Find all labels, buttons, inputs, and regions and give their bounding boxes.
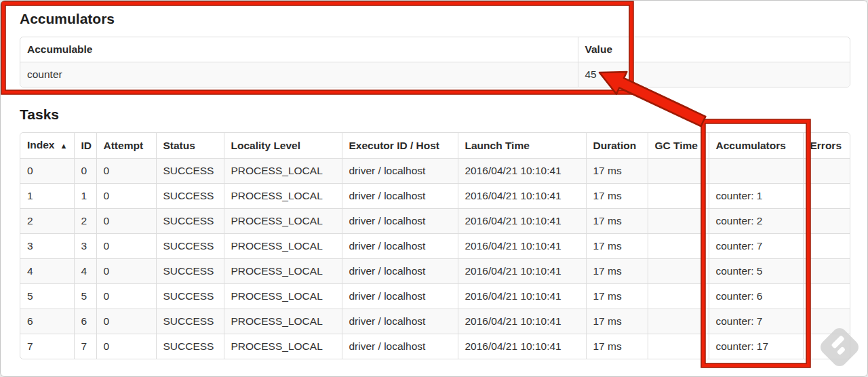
- gc-time-cell: [648, 209, 709, 234]
- gc-time-cell: [648, 259, 709, 284]
- executor-id-host-cell: driver / localhost: [342, 234, 458, 259]
- tasks-section-title: Tasks: [20, 106, 849, 123]
- launch-time-cell: 2016/04/21 10:10:41: [458, 284, 586, 309]
- executor-id-host-column-header[interactable]: Executor ID / Host: [342, 133, 458, 159]
- status-cell: SUCCESS: [156, 334, 224, 359]
- attempt-cell: 0: [96, 184, 156, 209]
- value-column-header: Value: [578, 37, 850, 62]
- status-column-header[interactable]: Status: [156, 133, 224, 159]
- locality-level-cell: PROCESS_LOCAL: [224, 234, 342, 259]
- task-row: 1 1 0 SUCCESS PROCESS_LOCAL driver / loc…: [20, 184, 850, 209]
- duration-cell: 17 ms: [586, 184, 648, 209]
- locality-level-cell: PROCESS_LOCAL: [224, 334, 342, 359]
- accumulable-column-header: Accumulable: [20, 37, 578, 62]
- errors-cell: [803, 284, 850, 309]
- locality-level-cell: PROCESS_LOCAL: [224, 209, 342, 234]
- task-row: 5 5 0 SUCCESS PROCESS_LOCAL driver / loc…: [20, 284, 850, 309]
- executor-id-host-cell: driver / localhost: [342, 309, 458, 334]
- task-row: 6 6 0 SUCCESS PROCESS_LOCAL driver / loc…: [20, 309, 850, 334]
- main-content: Accumulators Accumulable Value counter 4…: [1, 1, 867, 359]
- locality-level-column-header[interactable]: Locality Level: [224, 133, 342, 159]
- launch-time-cell: 2016/04/21 10:10:41: [458, 334, 586, 359]
- errors-column-header[interactable]: Errors: [803, 133, 850, 159]
- errors-cell: [803, 184, 850, 209]
- executor-id-host-cell: driver / localhost: [342, 334, 458, 359]
- accumulators-cell: counter: 7: [709, 309, 803, 334]
- accumulable-cell: counter: [20, 62, 578, 87]
- attempt-cell: 0: [96, 209, 156, 234]
- gc-time-cell: [648, 284, 709, 309]
- launch-time-cell: 2016/04/21 10:10:41: [458, 259, 586, 284]
- id-cell: 2: [74, 209, 96, 234]
- accumulators-section-title: Accumulators: [20, 11, 849, 27]
- attempt-cell: 0: [96, 259, 156, 284]
- duration-cell: 17 ms: [586, 334, 648, 359]
- accumulator-row: counter 45: [20, 62, 850, 87]
- gc-time-column-header[interactable]: GC Time: [648, 133, 709, 159]
- index-cell: 0: [20, 159, 74, 184]
- duration-cell: 17 ms: [586, 309, 648, 334]
- errors-cell: [803, 234, 850, 259]
- accumulators-cell: counter: 5: [709, 259, 803, 284]
- launch-time-column-header[interactable]: Launch Time: [458, 133, 586, 159]
- locality-level-cell: PROCESS_LOCAL: [224, 259, 342, 284]
- index-cell: 6: [20, 309, 74, 334]
- index-cell: 5: [20, 284, 74, 309]
- accumulators-cell: counter: 6: [709, 284, 803, 309]
- index-cell: 1: [20, 184, 74, 209]
- status-cell: SUCCESS: [156, 209, 224, 234]
- index-column-header[interactable]: Index▲: [20, 133, 74, 159]
- accumulators-table: Accumulable Value counter 45: [20, 37, 850, 87]
- duration-cell: 17 ms: [586, 234, 648, 259]
- accumulators-cell: counter: 7: [709, 234, 803, 259]
- errors-cell: [803, 334, 850, 359]
- attempt-column-header[interactable]: Attempt: [96, 133, 156, 159]
- accumulators-header-row: Accumulable Value: [20, 37, 850, 62]
- duration-cell: 17 ms: [586, 284, 648, 309]
- launch-time-cell: 2016/04/21 10:10:41: [458, 159, 586, 184]
- duration-column-header[interactable]: Duration: [586, 133, 648, 159]
- locality-level-cell: PROCESS_LOCAL: [224, 284, 342, 309]
- id-cell: 7: [74, 334, 96, 359]
- index-cell: 2: [20, 209, 74, 234]
- status-cell: SUCCESS: [156, 309, 224, 334]
- gc-time-cell: [648, 184, 709, 209]
- executor-id-host-cell: driver / localhost: [342, 184, 458, 209]
- accumulators-cell: [709, 159, 803, 184]
- tasks-header-row: Index▲ ID Attempt Status Locality Level …: [20, 133, 850, 159]
- duration-cell: 17 ms: [586, 259, 648, 284]
- task-row: 3 3 0 SUCCESS PROCESS_LOCAL driver / loc…: [20, 234, 850, 259]
- attempt-cell: 0: [96, 284, 156, 309]
- status-cell: SUCCESS: [156, 159, 224, 184]
- gc-time-cell: [648, 234, 709, 259]
- status-cell: SUCCESS: [156, 284, 224, 309]
- gc-time-cell: [648, 309, 709, 334]
- id-column-header[interactable]: ID: [74, 133, 96, 159]
- locality-level-cell: PROCESS_LOCAL: [224, 184, 342, 209]
- attempt-cell: 0: [96, 234, 156, 259]
- page-container: Accumulators Accumulable Value counter 4…: [0, 0, 868, 377]
- status-cell: SUCCESS: [156, 184, 224, 209]
- launch-time-cell: 2016/04/21 10:10:41: [458, 309, 586, 334]
- index-cell: 3: [20, 234, 74, 259]
- executor-id-host-cell: driver / localhost: [342, 284, 458, 309]
- task-row: 7 7 0 SUCCESS PROCESS_LOCAL driver / loc…: [20, 334, 850, 359]
- task-row: 0 0 0 SUCCESS PROCESS_LOCAL driver / loc…: [20, 159, 850, 184]
- errors-cell: [803, 209, 850, 234]
- task-row: 2 2 0 SUCCESS PROCESS_LOCAL driver / loc…: [20, 209, 850, 234]
- tasks-table: Index▲ ID Attempt Status Locality Level …: [20, 132, 850, 359]
- duration-cell: 17 ms: [586, 209, 648, 234]
- executor-id-host-cell: driver / localhost: [342, 209, 458, 234]
- executor-id-host-cell: driver / localhost: [342, 159, 458, 184]
- locality-level-cell: PROCESS_LOCAL: [224, 309, 342, 334]
- id-cell: 5: [74, 284, 96, 309]
- task-row: 4 4 0 SUCCESS PROCESS_LOCAL driver / loc…: [20, 259, 850, 284]
- errors-cell: [803, 259, 850, 284]
- attempt-cell: 0: [96, 309, 156, 334]
- status-cell: SUCCESS: [156, 234, 224, 259]
- index-cell: 7: [20, 334, 74, 359]
- gc-time-cell: [648, 334, 709, 359]
- sort-ascending-icon: ▲: [60, 142, 67, 150]
- id-cell: 6: [74, 309, 96, 334]
- accumulators-column-header[interactable]: Accumulators: [709, 133, 803, 159]
